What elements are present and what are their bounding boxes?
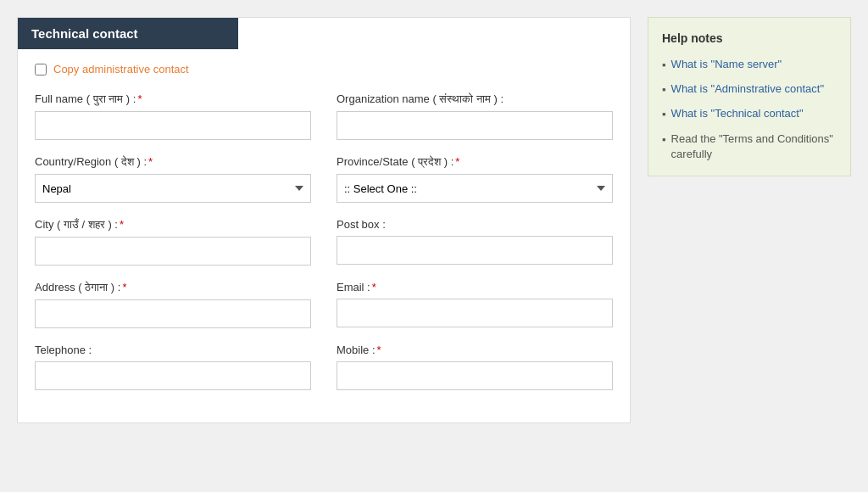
mobile-required-star: * (377, 344, 381, 356)
city-label: City ( गाउँ / शहर ) :* (35, 218, 311, 232)
address-label: Address ( ठेगाना ) :* (35, 281, 311, 294)
group-province: Province/State ( प्रदेश ) :* :: Select O… (337, 155, 613, 203)
country-required-star: * (148, 155, 153, 168)
help-item-0: What is "Name server" (662, 57, 837, 73)
orgname-input[interactable] (337, 111, 613, 140)
group-email: Email :* (337, 281, 613, 328)
row-telephone-mobile: Telephone : Mobile :* (35, 344, 613, 390)
country-label: Country/Region ( देश ) :* (35, 155, 311, 169)
help-item-3: Read the "Terms and Conditions" carefull… (662, 131, 837, 162)
mobile-input[interactable] (337, 361, 613, 390)
group-address: Address ( ठेगाना ) :* (35, 281, 311, 328)
help-link-1[interactable]: What is "Adminstrative contact" (671, 81, 824, 97)
help-link-0[interactable]: What is "Name server" (671, 57, 782, 72)
email-input[interactable] (337, 299, 613, 327)
address-required-star: * (122, 281, 126, 294)
postbox-label: Post box : (337, 218, 613, 231)
province-label: Province/State ( प्रदेश ) :* (337, 155, 613, 169)
form-container: Technical contact Copy administrative co… (17, 17, 631, 423)
email-label: Email :* (337, 281, 613, 294)
group-orgname: Organization name ( संस्थाको नाम ) : (337, 92, 613, 140)
mobile-label: Mobile :* (337, 344, 613, 356)
help-link-2[interactable]: What is "Technical contact" (671, 106, 804, 121)
group-city: City ( गाउँ / शहर ) :* (35, 218, 311, 266)
group-postbox: Post box : (337, 218, 613, 266)
group-country: Country/Region ( देश ) :* Nepal (35, 155, 311, 203)
copy-admin-checkbox[interactable] (35, 64, 47, 75)
page-wrapper: Technical contact Copy administrative co… (17, 17, 851, 423)
province-select[interactable]: :: Select One :: (337, 174, 613, 203)
help-item-1: What is "Adminstrative contact" (662, 81, 837, 98)
row-address-email: Address ( ठेगाना ) :* Email :* (35, 281, 613, 328)
group-fullname: Full name ( पुरा नाम ) :* (35, 92, 311, 140)
fullname-required-star: * (137, 92, 142, 105)
row-country-province: Country/Region ( देश ) :* Nepal Province… (35, 155, 613, 203)
orgname-label: Organization name ( संस्थाको नाम ) : (337, 92, 613, 106)
city-required-star: * (120, 218, 124, 231)
telephone-label: Telephone : (35, 344, 311, 356)
address-input[interactable] (35, 299, 311, 328)
form-body: Copy administrative contact Full name ( … (18, 63, 630, 390)
form-title: Technical contact (18, 18, 238, 49)
telephone-input[interactable] (35, 361, 311, 390)
row-city-postbox: City ( गाउँ / शहर ) :* Post box : (35, 218, 613, 266)
help-text-3: Read the "Terms and Conditions" carefull… (671, 131, 837, 162)
country-select[interactable]: Nepal (35, 174, 311, 203)
province-required-star: * (455, 155, 459, 168)
group-telephone: Telephone : (35, 344, 311, 390)
copy-admin-row: Copy administrative contact (35, 63, 613, 75)
help-panel: Help notes What is "Name server" What is… (648, 17, 851, 176)
postbox-input[interactable] (337, 236, 613, 265)
fullname-label: Full name ( पुरा नाम ) :* (35, 92, 311, 106)
group-mobile: Mobile :* (337, 344, 613, 390)
email-required-star: * (372, 281, 376, 294)
fullname-input[interactable] (35, 111, 311, 140)
city-input[interactable] (35, 237, 311, 266)
row-fullname-orgname: Full name ( पुरा नाम ) :* Organization n… (35, 92, 613, 140)
copy-admin-label[interactable]: Copy administrative contact (53, 63, 189, 75)
help-item-2: What is "Technical contact" (662, 106, 837, 122)
help-list: What is "Name server" What is "Adminstra… (662, 57, 837, 162)
help-title: Help notes (662, 31, 837, 45)
